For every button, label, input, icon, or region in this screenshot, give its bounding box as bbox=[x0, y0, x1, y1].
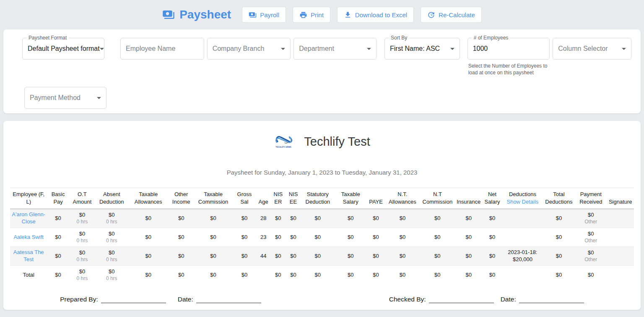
table-cell: $00 hrs bbox=[69, 266, 95, 285]
paysheet-report: TECHLIFY HRMS Techlify Test Paysheet for… bbox=[3, 121, 641, 310]
column-header: Taxable Allowances bbox=[128, 188, 169, 209]
techlify-logo-icon: TECHLIFY HRMS bbox=[274, 132, 293, 151]
column-header: Net Salary bbox=[482, 188, 502, 209]
column-selector-value: Column Selector bbox=[558, 45, 608, 52]
download-excel-button[interactable]: Download to Excel bbox=[337, 7, 414, 23]
table-cell: $0 bbox=[543, 228, 575, 247]
table-cell: $0 bbox=[420, 228, 455, 247]
num-employees-field[interactable]: # of Employees bbox=[467, 38, 550, 60]
table-cell: 23 bbox=[256, 228, 270, 247]
table-cell: $0 bbox=[482, 209, 502, 228]
checked-date-line bbox=[519, 297, 584, 303]
table-cell: $0 bbox=[169, 247, 194, 266]
column-header: Taxable Commission bbox=[194, 188, 232, 209]
sort-by-value: First Name: ASC bbox=[390, 45, 440, 52]
checked-date: Date: bbox=[501, 296, 584, 303]
table-cell bbox=[607, 228, 634, 247]
table-cell: $0 bbox=[47, 247, 69, 266]
payroll-button-label: Payroll bbox=[260, 11, 279, 18]
chevron-down-icon bbox=[450, 48, 454, 50]
payments-icon bbox=[162, 8, 175, 21]
table-cell: 2023-01-18:$20,000 bbox=[502, 247, 543, 266]
show-details-link[interactable]: Show Details bbox=[506, 199, 538, 205]
print-button[interactable]: Print bbox=[293, 7, 330, 23]
table-cell: $0Other bbox=[575, 209, 607, 228]
payroll-button[interactable]: Payroll bbox=[242, 7, 286, 23]
table-cell: $0 bbox=[366, 228, 385, 247]
table-cell: $0 bbox=[420, 266, 455, 285]
paysheet-format-label: Paysheet Format bbox=[26, 35, 69, 41]
company-branch-select[interactable]: Company Branch bbox=[207, 38, 291, 60]
table-cell: $0 bbox=[335, 209, 366, 228]
payments-icon bbox=[249, 11, 257, 19]
table-cell: $0 bbox=[301, 209, 335, 228]
num-employees-input[interactable] bbox=[473, 45, 545, 52]
checked-by-line bbox=[429, 297, 494, 303]
department-select[interactable]: Department bbox=[293, 38, 377, 60]
table-cell: $00 hrs bbox=[95, 209, 128, 228]
table-cell: $0Other bbox=[575, 228, 607, 247]
table-cell: $00 hrs bbox=[69, 247, 95, 266]
table-row: Aaleka Swift$0$00 hrs$00 hrs$0$0$0$023$0… bbox=[10, 228, 634, 247]
print-button-label: Print bbox=[311, 11, 324, 18]
column-selector-select[interactable]: Column Selector bbox=[553, 38, 631, 60]
table-cell: $00 hrs bbox=[95, 228, 128, 247]
employee-name-field[interactable] bbox=[120, 38, 204, 60]
download-icon bbox=[344, 11, 352, 19]
table-cell: $0Other bbox=[575, 247, 607, 266]
table-cell: $0 bbox=[169, 266, 194, 285]
column-header: Absent Deduction bbox=[95, 188, 128, 209]
table-cell bbox=[502, 228, 543, 247]
table-cell: $0 bbox=[286, 209, 301, 228]
table-cell: $0 bbox=[543, 247, 575, 266]
table-cell: $00 hrs bbox=[95, 247, 128, 266]
table-cell: $0 bbox=[286, 266, 301, 285]
department-value: Department bbox=[299, 45, 334, 52]
paysheet-format-select[interactable]: Paysheet Format Default Paysheet format bbox=[22, 38, 104, 60]
column-header: Taxable Salary bbox=[335, 188, 366, 209]
download-excel-button-label: Download to Excel bbox=[355, 11, 407, 18]
chevron-down-icon bbox=[622, 48, 626, 50]
checked-by: Checked By: bbox=[389, 296, 494, 303]
table-cell: $0 bbox=[385, 209, 420, 228]
recalculate-button[interactable]: Re-Calculate bbox=[421, 7, 482, 23]
employee-link[interactable]: Aaleka Swift bbox=[13, 234, 44, 240]
table-cell: $0 bbox=[420, 247, 455, 266]
checked-by-label: Checked By: bbox=[389, 296, 426, 303]
table-cell: $0 bbox=[194, 266, 232, 285]
table-cell: $0 bbox=[194, 228, 232, 247]
table-cell: $0 bbox=[366, 247, 385, 266]
table-cell: $0 bbox=[420, 209, 455, 228]
sort-by-select[interactable]: Sort By First Name: ASC bbox=[384, 38, 460, 60]
column-header: Total Deductions bbox=[543, 188, 575, 209]
chevron-down-icon bbox=[367, 48, 371, 50]
payment-method-select[interactable]: Payment Method bbox=[24, 87, 106, 109]
recalculate-button-label: Re-Calculate bbox=[439, 11, 475, 18]
checked-date-label: Date: bbox=[501, 296, 516, 303]
table-cell: $0 bbox=[335, 266, 366, 285]
paysheet-table: Employee (F, L)Basic PayO.T AmountAbsent… bbox=[10, 188, 634, 285]
column-header: Other Income bbox=[169, 188, 194, 209]
paysheet-period: Paysheet for Sunday, January 1, 2023 to … bbox=[10, 169, 634, 176]
table-cell: $00 hrs bbox=[95, 266, 128, 285]
employee-cell: A'aron Glenn-Close bbox=[10, 209, 47, 228]
employee-link[interactable]: A'aron Glenn-Close bbox=[12, 211, 45, 225]
print-icon bbox=[299, 11, 307, 19]
column-header: Gross Sal bbox=[233, 188, 256, 209]
table-cell: $0 bbox=[128, 209, 169, 228]
total-label: Total bbox=[23, 272, 34, 278]
prepared-date: Date: bbox=[178, 296, 261, 303]
table-cell bbox=[607, 209, 634, 228]
employee-name-input[interactable] bbox=[126, 45, 199, 52]
payment-method-value: Payment Method bbox=[30, 94, 80, 102]
table-cell: $0 bbox=[128, 247, 169, 266]
table-cell: $0 bbox=[233, 247, 256, 266]
table-cell: $0 bbox=[270, 247, 286, 266]
column-header: Deductions Show Details bbox=[502, 188, 543, 209]
table-cell: $0 bbox=[366, 209, 385, 228]
table-cell: $0 bbox=[575, 266, 607, 285]
employee-link[interactable]: Aatessa The Test bbox=[13, 249, 44, 262]
total-row: Total$0$00 hrs$00 hrs$0$0$0$0$0$0$0$0$0$… bbox=[10, 266, 634, 285]
table-cell: $0 bbox=[301, 266, 335, 285]
table-cell: $0 bbox=[286, 228, 301, 247]
